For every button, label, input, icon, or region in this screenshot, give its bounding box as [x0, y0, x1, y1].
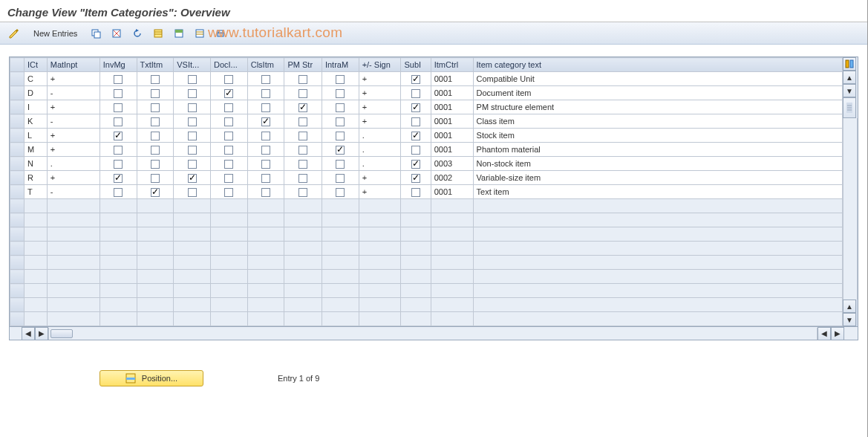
cell[interactable]: [322, 157, 359, 171]
checkbox[interactable]: [261, 146, 270, 155]
cell[interactable]: T: [24, 185, 47, 199]
cell[interactable]: [210, 72, 247, 86]
cell[interactable]: Class item: [473, 114, 842, 129]
column-header[interactable]: PM Str: [284, 58, 322, 72]
row-selector[interactable]: [10, 143, 25, 157]
cell[interactable]: [174, 100, 211, 114]
cell[interactable]: [137, 114, 174, 129]
cell[interactable]: [247, 143, 284, 157]
cell[interactable]: [247, 100, 284, 114]
checkbox[interactable]: [151, 117, 160, 126]
checkbox[interactable]: [224, 132, 233, 140]
row-selector[interactable]: [10, 86, 25, 100]
checkbox[interactable]: [261, 89, 270, 98]
column-header[interactable]: VSIt...: [174, 58, 211, 72]
cell[interactable]: Stock item: [473, 129, 842, 143]
cell[interactable]: 0001: [431, 72, 473, 86]
checkbox[interactable]: [261, 103, 270, 112]
cell[interactable]: [284, 129, 322, 143]
cell[interactable]: [99, 143, 137, 157]
checkbox[interactable]: [261, 174, 270, 183]
row-selector[interactable]: [10, 256, 25, 270]
checkbox[interactable]: [188, 174, 197, 183]
scroll-right-icon[interactable]: ▶: [35, 327, 48, 340]
cell[interactable]: .: [359, 143, 401, 157]
checkbox[interactable]: [411, 103, 420, 112]
cell[interactable]: +: [47, 129, 99, 143]
delete-icon[interactable]: [108, 25, 125, 42]
checkbox[interactable]: [151, 103, 160, 112]
cell[interactable]: [174, 72, 211, 86]
cell[interactable]: M: [24, 143, 47, 157]
cell[interactable]: L: [24, 129, 47, 143]
checkbox[interactable]: [114, 160, 123, 169]
cell[interactable]: [322, 72, 359, 86]
cell[interactable]: [247, 157, 284, 171]
cell[interactable]: [99, 171, 137, 185]
checkbox[interactable]: [224, 188, 233, 197]
checkbox[interactable]: [188, 188, 197, 197]
cell[interactable]: -: [47, 114, 99, 129]
toggle-change-icon[interactable]: [4, 25, 24, 42]
cell[interactable]: [210, 143, 247, 157]
checkbox[interactable]: [261, 160, 270, 169]
cell[interactable]: [137, 185, 174, 199]
row-selector[interactable]: [10, 157, 25, 171]
cell[interactable]: PM structure element: [473, 100, 842, 114]
cell[interactable]: [210, 171, 247, 185]
cell[interactable]: Variable-size item: [473, 171, 842, 185]
cell[interactable]: 0003: [431, 157, 473, 171]
column-header[interactable]: SubI: [401, 58, 431, 72]
checkbox[interactable]: [151, 174, 160, 183]
scroll-marker-icon[interactable]: [843, 97, 856, 118]
cell[interactable]: [174, 185, 211, 199]
checkbox[interactable]: [224, 117, 233, 126]
cell[interactable]: [401, 100, 431, 114]
checkbox[interactable]: [298, 174, 307, 183]
cell[interactable]: [174, 114, 211, 129]
cell[interactable]: [401, 157, 431, 171]
new-entries-button[interactable]: New Entries: [27, 25, 84, 42]
cell[interactable]: -: [47, 185, 99, 199]
print-icon[interactable]: [212, 25, 229, 42]
checkbox[interactable]: [411, 160, 420, 169]
cell[interactable]: [99, 100, 137, 114]
cell[interactable]: [137, 72, 174, 86]
checkbox[interactable]: [224, 174, 233, 183]
cell[interactable]: [99, 114, 137, 129]
checkbox[interactable]: [188, 132, 197, 140]
select-all-icon[interactable]: [149, 25, 167, 42]
cell[interactable]: +: [359, 72, 401, 86]
column-header[interactable]: TxtItm: [137, 58, 174, 72]
cell[interactable]: [322, 143, 359, 157]
scroll-left2-icon[interactable]: ◀: [818, 327, 831, 340]
checkbox[interactable]: [261, 132, 270, 140]
checkbox[interactable]: [411, 89, 420, 98]
checkbox[interactable]: [298, 117, 307, 126]
scroll-right2-icon[interactable]: ▶: [831, 327, 844, 340]
cell[interactable]: [210, 185, 247, 199]
checkbox[interactable]: [224, 146, 233, 155]
checkbox[interactable]: [224, 103, 233, 112]
cell[interactable]: [284, 114, 322, 129]
deselect-all-icon[interactable]: [191, 25, 209, 42]
cell[interactable]: [247, 86, 284, 100]
cell[interactable]: [174, 86, 211, 100]
cell[interactable]: [247, 129, 284, 143]
undo-icon[interactable]: [128, 25, 146, 42]
hscroll-thumb[interactable]: [50, 329, 73, 338]
checkbox[interactable]: [336, 103, 345, 112]
checkbox[interactable]: [114, 117, 123, 126]
cell[interactable]: [322, 114, 359, 129]
scroll-down-icon[interactable]: ▼: [843, 84, 856, 97]
cell[interactable]: [210, 157, 247, 171]
cell[interactable]: [137, 129, 174, 143]
cell[interactable]: [174, 129, 211, 143]
checkbox[interactable]: [411, 188, 420, 197]
checkbox[interactable]: [298, 146, 307, 155]
checkbox[interactable]: [188, 160, 197, 169]
cell[interactable]: +: [47, 72, 99, 86]
checkbox[interactable]: [298, 75, 307, 84]
copy-as-icon[interactable]: [87, 25, 105, 42]
cell[interactable]: 0001: [431, 143, 473, 157]
